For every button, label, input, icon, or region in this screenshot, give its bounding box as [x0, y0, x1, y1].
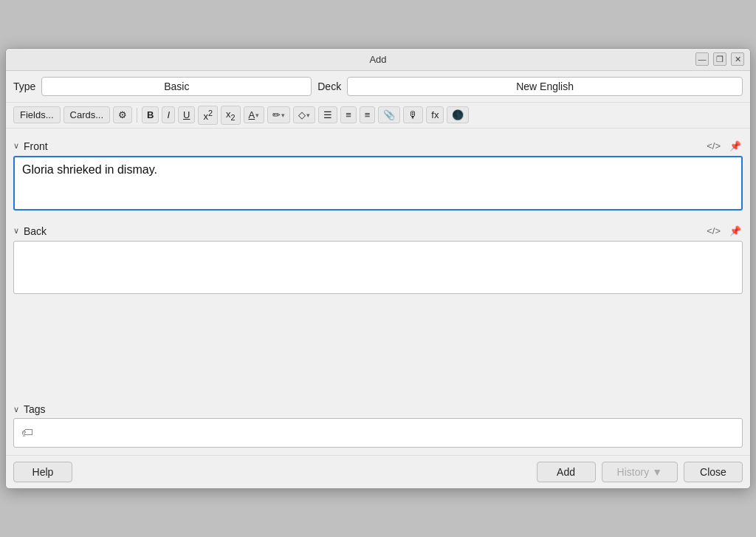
gear-icon: ⚙	[118, 109, 127, 120]
formatting-toolbar: Fields... Cards... ⚙ B I U x2 x2 A ▾ ✏ ▾…	[6, 103, 750, 129]
align-icon: ≡	[365, 109, 371, 120]
spacer	[13, 297, 743, 386]
back-field-header: ∨ Back </> 📌	[13, 221, 743, 241]
align-button[interactable]: ≡	[360, 106, 376, 123]
history-arrow-icon: ▼	[652, 466, 662, 478]
help-button[interactable]: Help	[13, 462, 72, 482]
highlight-button[interactable]: ✏ ▾	[267, 106, 290, 123]
front-pin-button[interactable]: 📌	[728, 139, 743, 153]
eraser-icon: ◇	[298, 109, 306, 120]
title-bar: Add — ❐ ✕	[6, 49, 750, 71]
settings-button[interactable]: ⚙	[113, 106, 132, 123]
history-label: History	[617, 466, 650, 478]
mic-button[interactable]: 🎙	[403, 106, 423, 123]
front-field-header: ∨ Front </> 📌	[13, 136, 743, 156]
tag-icon: 🏷	[21, 426, 33, 439]
back-header-right: </> 📌	[705, 224, 743, 238]
highlight-icon: ✏	[272, 109, 281, 120]
front-header-right: </> 📌	[705, 139, 743, 153]
history-button[interactable]: History ▼	[602, 462, 678, 482]
superscript-button[interactable]: x2	[198, 106, 218, 125]
restore-button[interactable]: ❐	[713, 52, 726, 66]
eraser-button[interactable]: ◇ ▾	[293, 106, 315, 123]
fx-icon: fx	[431, 109, 439, 120]
subscript-button[interactable]: x2	[221, 106, 241, 125]
window-title: Add	[369, 54, 386, 65]
underline-button[interactable]: U	[178, 106, 195, 123]
font-color-dropdown-arrow[interactable]: ▾	[255, 112, 259, 119]
bullets-icon: ☰	[323, 109, 332, 120]
front-chevron-icon[interactable]: ∨	[13, 141, 19, 151]
italic-button[interactable]: I	[162, 106, 175, 123]
bold-button[interactable]: B	[142, 106, 159, 123]
type-deck-row: Type Basic Deck New English	[6, 71, 750, 103]
close-button[interactable]: Close	[684, 462, 743, 482]
tags-header-left: ∨ Tags	[13, 403, 46, 415]
back-header-left: ∨ Back	[13, 225, 47, 237]
back-chevron-icon[interactable]: ∨	[13, 226, 19, 236]
fx-button[interactable]: fx	[426, 106, 444, 123]
tags-input-area[interactable]: 🏷	[13, 418, 743, 448]
bottom-bar: Help Add History ▼ Close	[6, 455, 750, 488]
add-card-window: Add — ❐ ✕ Type Basic Deck New English Fi…	[5, 48, 751, 489]
back-field-editor[interactable]	[13, 241, 743, 294]
tags-field-header: ∨ Tags	[13, 400, 743, 418]
emoji-icon: 🌑	[452, 109, 464, 120]
back-field-label: Back	[24, 225, 47, 237]
paperclip-icon: 📎	[383, 109, 395, 120]
superscript-label: x2	[203, 109, 213, 122]
front-field-editor[interactable]	[13, 156, 743, 211]
tags-section: ∨ Tags 🏷	[13, 400, 743, 448]
window-controls: — ❐ ✕	[695, 52, 744, 66]
numbered-button[interactable]: ≡	[340, 106, 357, 123]
numbered-icon: ≡	[346, 109, 351, 120]
type-label: Type	[13, 81, 35, 92]
separator-1	[137, 108, 137, 123]
attach-button[interactable]: 📎	[378, 106, 400, 123]
back-pin-button[interactable]: 📌	[728, 224, 743, 238]
close-button[interactable]: ✕	[731, 52, 744, 66]
bottom-right: Add History ▼ Close	[537, 462, 743, 482]
back-field-section: ∨ Back </> 📌	[13, 221, 743, 297]
tags-chevron-icon[interactable]: ∨	[13, 405, 19, 414]
emoji-button[interactable]: 🌑	[447, 106, 469, 123]
content-area: ∨ Front </> 📌 ∨ Back </> 📌	[6, 129, 750, 455]
deck-selector[interactable]: New English	[347, 77, 743, 96]
add-button[interactable]: Add	[537, 462, 596, 482]
highlight-dropdown-arrow[interactable]: ▾	[281, 112, 285, 119]
cards-button[interactable]: Cards...	[63, 106, 111, 123]
minimize-button[interactable]: —	[695, 52, 709, 66]
tags-field-label: Tags	[24, 403, 46, 415]
front-field-section: ∨ Front </> 📌	[13, 136, 743, 213]
font-color-icon: A	[249, 109, 255, 120]
bottom-left: Help	[13, 462, 72, 482]
front-code-button[interactable]: </>	[705, 139, 722, 153]
eraser-dropdown-arrow[interactable]: ▾	[306, 112, 310, 119]
subscript-label: x2	[226, 109, 236, 122]
font-color-button[interactable]: A ▾	[244, 106, 265, 123]
type-selector[interactable]: Basic	[41, 77, 312, 96]
bullets-button[interactable]: ☰	[318, 106, 337, 123]
back-code-button[interactable]: </>	[705, 224, 722, 238]
deck-label: Deck	[317, 81, 341, 92]
fields-button[interactable]: Fields...	[13, 106, 61, 123]
front-field-label: Front	[24, 140, 48, 152]
mic-icon: 🎙	[408, 109, 418, 120]
front-header-left: ∨ Front	[13, 140, 48, 152]
